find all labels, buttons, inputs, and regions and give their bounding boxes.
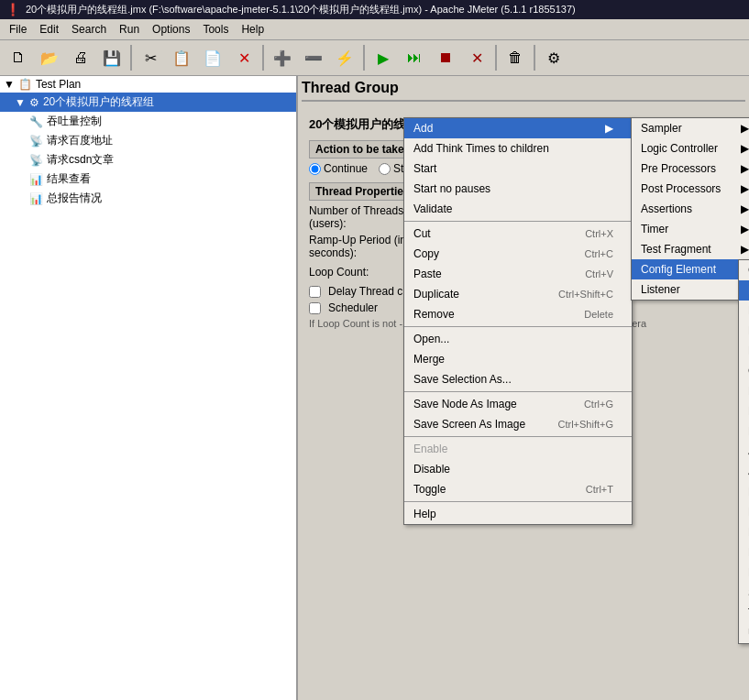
toolbar-delete[interactable]: ✕ [229, 43, 259, 72]
submenu-post-processors[interactable]: Post Processors ▶ [632, 179, 749, 199]
ctx-sep3 [404, 391, 632, 392]
submenu-arrow: ▶ [741, 162, 749, 175]
submenu-user-defined-vars[interactable]: User Defined Variables [739, 623, 749, 643]
ctx-sep1 [404, 221, 632, 222]
toolbar-start[interactable]: ▶ [369, 43, 398, 72]
submenu-test-fragment[interactable]: Test Fragment ▶ [632, 239, 749, 259]
submenu-http-auth[interactable]: HTTP Authorization Manager [739, 421, 749, 442]
ctx-sep2 [404, 326, 632, 327]
menu-file[interactable]: File [4, 21, 32, 38]
toolbar-remove[interactable]: ➖ [299, 43, 328, 72]
scheduler-checkbox[interactable] [309, 302, 321, 314]
toolbar-stop[interactable]: ⏹ [431, 43, 460, 72]
toolbar-cut[interactable]: ✂ [136, 43, 165, 72]
submenu-random-variable[interactable]: Random Variable [739, 563, 749, 583]
tree-item-threadgroup[interactable]: ▼ ⚙ 20个模拟用户的线程组 [0, 93, 296, 112]
submenu-http-request-defaults[interactable]: HTTP Request Defaults [739, 341, 749, 361]
toolbar-open[interactable]: 📂 [35, 43, 64, 72]
tree-label: 20个模拟用户的线程组 [43, 94, 154, 110]
submenu-http-cache[interactable]: HTTP Cache Manager [739, 321, 749, 341]
toolbar-add[interactable]: ➕ [268, 43, 297, 72]
submenu-jdbc-connection[interactable]: JDBC Connection Configuration [739, 442, 749, 462]
submenu-config-element[interactable]: Config Element ▶ [632, 259, 749, 279]
toolbar-copy[interactable]: 📋 [167, 43, 196, 72]
menu-tools[interactable]: Tools [197, 21, 234, 38]
tree-item-csdn[interactable]: 📡 请求csdn文章 [0, 150, 296, 170]
toolbar-start-no-pause[interactable]: ⏭ [400, 43, 429, 72]
menu-run[interactable]: Run [114, 21, 145, 38]
submenu-arrow: ▶ [605, 122, 613, 135]
ctx-copy[interactable]: Copy Ctrl+C [404, 244, 632, 264]
tree-item-baidu[interactable]: 📡 请求百度地址 [0, 131, 296, 150]
submenu-arrow: ▶ [741, 142, 749, 155]
submenu-pre-processors[interactable]: Pre Processors ▶ [632, 159, 749, 179]
ctx-duplicate[interactable]: Duplicate Ctrl+Shift+C [404, 284, 632, 304]
ctx-save-screen-image[interactable]: Save Screen As Image Ctrl+Shift+G [404, 414, 632, 434]
ctx-enable: Enable [404, 439, 632, 459]
submenu-listener[interactable]: Listener ▶ [632, 279, 749, 300]
tree-icon: 📊 [29, 192, 43, 205]
ctx-merge[interactable]: Merge [404, 349, 632, 369]
ctx-help[interactable]: Help [404, 504, 632, 524]
ctx-start-no-pauses[interactable]: Start no pauses [404, 179, 632, 199]
ctx-start[interactable]: Start [404, 159, 632, 179]
menu-search[interactable]: Search [66, 21, 112, 38]
ctx-open[interactable]: Open... [404, 329, 632, 349]
ctx-disable[interactable]: Disable [404, 459, 632, 479]
submenu-ldap-extended[interactable]: LDAP Extended Request Defaults [739, 502, 749, 522]
submenu-keystore[interactable]: Keystore Configuration [739, 482, 749, 502]
main-layout: ▼ 📋 Test Plan ▼ ⚙ 20个模拟用户的线程组 🔧 吞吐量控制 📡 … [0, 76, 749, 700]
ctx-save-node-image[interactable]: Save Node As Image Ctrl+G [404, 394, 632, 414]
submenu-http-header[interactable]: HTTP Header Manager [739, 280, 749, 301]
submenu-csv-data[interactable]: CSV Data Set Config [739, 260, 749, 280]
submenu-tcp-sampler-config[interactable]: TCP Sampler Config [739, 603, 749, 623]
submenu-java-request[interactable]: Java Request Defaults [739, 462, 749, 482]
submenu-login-config[interactable]: Login Config Element [739, 542, 749, 563]
tree-icon: 📊 [29, 173, 43, 186]
toolbar-shutdown[interactable]: ✕ [462, 43, 491, 72]
tree-item-results[interactable]: 📊 结果查看 [0, 170, 296, 189]
tree-label: 请求百度地址 [47, 133, 113, 148]
tree-item-report[interactable]: 📊 总报告情况 [0, 189, 296, 208]
ctx-paste[interactable]: Paste Ctrl+V [404, 264, 632, 284]
tree-icon: 📡 [29, 154, 43, 167]
ctx-add[interactable]: Add ▶ [404, 118, 632, 138]
toolbar-run-clear[interactable]: ⚡ [330, 43, 359, 72]
toolbar-print[interactable]: 🖨 [66, 43, 95, 72]
submenu-arrow: ▶ [741, 202, 749, 215]
submenu-simple-config[interactable]: Simple Config Element [739, 583, 749, 603]
toolbar-settings[interactable]: ⚙ [539, 43, 568, 72]
ctx-add-think-times[interactable]: Add Think Times to children [404, 138, 632, 159]
submenu-ftp-request[interactable]: FTP Request Defaults [739, 401, 749, 421]
ctx-toggle[interactable]: Toggle Ctrl+T [404, 479, 632, 499]
toolbar-paste[interactable]: 📄 [198, 43, 227, 72]
submenu-ldap-request[interactable]: LDAP Request Defaults [739, 522, 749, 542]
submenu-logic-controller[interactable]: Logic Controller ▶ [632, 138, 749, 159]
submenu-timer[interactable]: Timer ▶ [632, 219, 749, 239]
ctx-save-selection[interactable]: Save Selection As... [404, 369, 632, 389]
toolbar-clear-all[interactable]: 🗑 [501, 43, 530, 72]
delay-thread-checkbox[interactable] [309, 286, 321, 298]
menu-options[interactable]: Options [147, 21, 195, 38]
submenu-assertions[interactable]: Assertions ▶ [632, 199, 749, 219]
tree-label: Test Plan [36, 78, 81, 91]
scheduler-label: Scheduler [328, 301, 378, 314]
ctx-remove[interactable]: Remove Delete [404, 304, 632, 324]
ctx-validate[interactable]: Validate [404, 199, 632, 219]
toolbar-new[interactable]: 🗋 [4, 43, 33, 72]
ctx-cut[interactable]: Cut Ctrl+X [404, 224, 632, 244]
radio-continue[interactable]: Continue [309, 162, 368, 175]
toolbar-save[interactable]: 💾 [97, 43, 127, 72]
tree-item-throughput[interactable]: 🔧 吞吐量控制 [0, 112, 296, 131]
tree-icon: 🔧 [29, 115, 43, 128]
submenu-http-cookie[interactable]: HTTP Cookie Manager [739, 301, 749, 321]
submenu-sampler[interactable]: Sampler ▶ [632, 118, 749, 138]
tree-icon: ⚙ [29, 96, 39, 109]
tree-item-testplan[interactable]: ▼ 📋 Test Plan [0, 76, 296, 93]
arrow-icon: ▼ [15, 96, 26, 109]
menu-help[interactable]: Help [236, 21, 270, 38]
menu-edit[interactable]: Edit [34, 21, 64, 38]
submenu-counter[interactable]: Counter [739, 361, 749, 381]
submenu-dns-cache[interactable]: DNS Cache Manager [739, 381, 749, 401]
menu-bar: File Edit Search Run Options Tools Help [0, 19, 749, 40]
